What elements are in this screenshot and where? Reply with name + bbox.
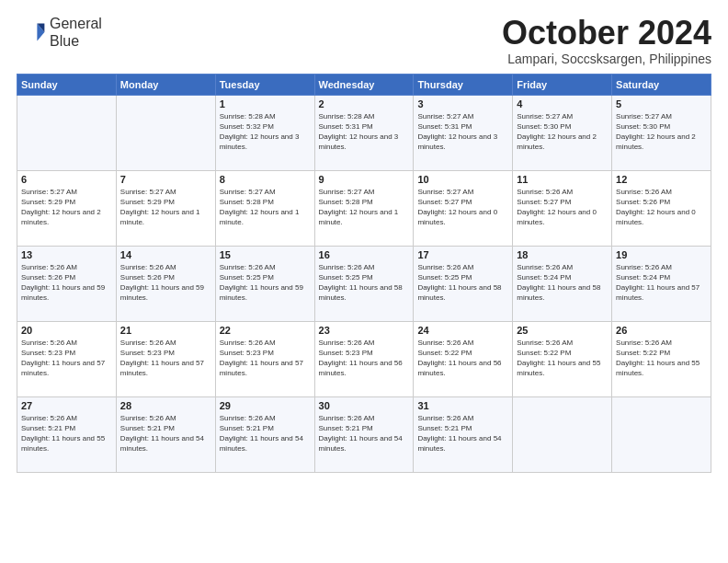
col-friday: Friday <box>513 74 612 95</box>
day-number: 11 <box>517 174 608 185</box>
day-cell: 24Sunrise: 5:26 AM Sunset: 5:22 PM Dayli… <box>414 321 513 396</box>
week-row-5: 27Sunrise: 5:26 AM Sunset: 5:21 PM Dayli… <box>17 396 711 472</box>
day-cell: 7Sunrise: 5:27 AM Sunset: 5:29 PM Daylig… <box>116 170 215 246</box>
day-info: Sunrise: 5:26 AM Sunset: 5:21 PM Dayligh… <box>120 413 211 454</box>
day-info: Sunrise: 5:26 AM Sunset: 5:23 PM Dayligh… <box>21 338 112 379</box>
day-info: Sunrise: 5:27 AM Sunset: 5:28 PM Dayligh… <box>319 187 410 228</box>
day-info: Sunrise: 5:26 AM Sunset: 5:25 PM Dayligh… <box>220 262 311 304</box>
day-info: Sunrise: 5:26 AM Sunset: 5:21 PM Dayligh… <box>220 413 311 454</box>
day-cell: 1Sunrise: 5:28 AM Sunset: 5:32 PM Daylig… <box>215 95 314 170</box>
day-info: Sunrise: 5:26 AM Sunset: 5:23 PM Dayligh… <box>120 338 211 379</box>
col-monday: Monday <box>116 74 215 95</box>
day-cell: 18Sunrise: 5:26 AM Sunset: 5:24 PM Dayli… <box>513 246 612 321</box>
logo-icon <box>17 17 46 47</box>
day-info: Sunrise: 5:26 AM Sunset: 5:23 PM Dayligh… <box>319 338 410 379</box>
day-number: 7 <box>120 174 211 185</box>
day-number: 1 <box>220 98 311 109</box>
day-info: Sunrise: 5:26 AM Sunset: 5:22 PM Dayligh… <box>417 338 508 379</box>
col-sunday: Sunday <box>17 74 117 95</box>
day-cell: 12Sunrise: 5:26 AM Sunset: 5:26 PM Dayli… <box>612 170 711 246</box>
calendar-table: Sunday Monday Tuesday Wednesday Thursday… <box>17 74 711 473</box>
day-info: Sunrise: 5:26 AM Sunset: 5:27 PM Dayligh… <box>517 187 608 228</box>
day-cell: 26Sunrise: 5:26 AM Sunset: 5:22 PM Dayli… <box>612 321 711 396</box>
day-cell: 10Sunrise: 5:27 AM Sunset: 5:27 PM Dayli… <box>414 170 513 246</box>
day-cell <box>612 396 711 472</box>
day-info: Sunrise: 5:28 AM Sunset: 5:31 PM Dayligh… <box>319 111 410 153</box>
day-cell: 16Sunrise: 5:26 AM Sunset: 5:25 PM Dayli… <box>314 246 414 321</box>
day-number: 19 <box>616 249 707 260</box>
day-info: Sunrise: 5:27 AM Sunset: 5:29 PM Dayligh… <box>120 187 211 228</box>
day-number: 22 <box>220 325 311 336</box>
page: General Blue October 2024 Lampari, Soccs… <box>0 0 728 563</box>
day-info: Sunrise: 5:26 AM Sunset: 5:26 PM Dayligh… <box>21 262 112 304</box>
day-number: 25 <box>517 325 608 336</box>
day-info: Sunrise: 5:26 AM Sunset: 5:22 PM Dayligh… <box>616 338 707 379</box>
title-block: October 2024 Lampari, Soccsksargen, Phil… <box>502 15 711 66</box>
day-info: Sunrise: 5:27 AM Sunset: 5:29 PM Dayligh… <box>21 187 112 228</box>
day-cell <box>17 95 117 170</box>
day-number: 5 <box>616 98 707 109</box>
logo: General Blue <box>17 15 102 50</box>
day-info: Sunrise: 5:26 AM Sunset: 5:23 PM Dayligh… <box>220 338 311 379</box>
day-number: 15 <box>220 249 311 260</box>
day-info: Sunrise: 5:26 AM Sunset: 5:24 PM Dayligh… <box>616 262 707 304</box>
day-info: Sunrise: 5:26 AM Sunset: 5:26 PM Dayligh… <box>120 262 211 304</box>
day-number: 21 <box>120 325 211 336</box>
day-cell: 4Sunrise: 5:27 AM Sunset: 5:30 PM Daylig… <box>513 95 612 170</box>
day-number: 6 <box>21 174 112 185</box>
day-number: 28 <box>120 400 211 411</box>
day-number: 23 <box>319 325 410 336</box>
day-cell: 27Sunrise: 5:26 AM Sunset: 5:21 PM Dayli… <box>17 396 117 472</box>
day-info: Sunrise: 5:27 AM Sunset: 5:31 PM Dayligh… <box>417 111 508 153</box>
day-cell <box>116 95 215 170</box>
day-number: 14 <box>120 249 211 260</box>
day-cell: 31Sunrise: 5:26 AM Sunset: 5:21 PM Dayli… <box>414 396 513 472</box>
day-number: 30 <box>319 400 410 411</box>
day-number: 4 <box>517 98 608 109</box>
week-row-3: 13Sunrise: 5:26 AM Sunset: 5:26 PM Dayli… <box>17 246 711 321</box>
day-info: Sunrise: 5:26 AM Sunset: 5:21 PM Dayligh… <box>21 413 112 454</box>
day-cell: 13Sunrise: 5:26 AM Sunset: 5:26 PM Dayli… <box>17 246 117 321</box>
day-info: Sunrise: 5:27 AM Sunset: 5:28 PM Dayligh… <box>220 187 311 228</box>
day-number: 2 <box>319 98 410 109</box>
day-cell: 29Sunrise: 5:26 AM Sunset: 5:21 PM Dayli… <box>215 396 314 472</box>
day-number: 9 <box>319 174 410 185</box>
day-cell: 23Sunrise: 5:26 AM Sunset: 5:23 PM Dayli… <box>314 321 414 396</box>
day-info: Sunrise: 5:27 AM Sunset: 5:30 PM Dayligh… <box>616 111 707 153</box>
day-cell: 6Sunrise: 5:27 AM Sunset: 5:29 PM Daylig… <box>17 170 117 246</box>
col-tuesday: Tuesday <box>215 74 314 95</box>
day-cell: 28Sunrise: 5:26 AM Sunset: 5:21 PM Dayli… <box>116 396 215 472</box>
day-number: 13 <box>21 249 112 260</box>
day-info: Sunrise: 5:26 AM Sunset: 5:25 PM Dayligh… <box>417 262 508 304</box>
day-number: 29 <box>220 400 311 411</box>
day-cell: 21Sunrise: 5:26 AM Sunset: 5:23 PM Dayli… <box>116 321 215 396</box>
day-cell: 14Sunrise: 5:26 AM Sunset: 5:26 PM Dayli… <box>116 246 215 321</box>
logo-line1: General <box>50 15 102 32</box>
day-info: Sunrise: 5:26 AM Sunset: 5:24 PM Dayligh… <box>517 262 608 304</box>
day-number: 31 <box>417 400 508 411</box>
col-saturday: Saturday <box>612 74 711 95</box>
day-cell: 19Sunrise: 5:26 AM Sunset: 5:24 PM Dayli… <box>612 246 711 321</box>
logo-line2: Blue <box>50 32 102 50</box>
day-number: 26 <box>616 325 707 336</box>
day-info: Sunrise: 5:26 AM Sunset: 5:25 PM Dayligh… <box>319 262 410 304</box>
day-info: Sunrise: 5:27 AM Sunset: 5:27 PM Dayligh… <box>417 187 508 228</box>
week-row-1: 1Sunrise: 5:28 AM Sunset: 5:32 PM Daylig… <box>17 95 711 170</box>
day-cell: 30Sunrise: 5:26 AM Sunset: 5:21 PM Dayli… <box>314 396 414 472</box>
day-cell: 5Sunrise: 5:27 AM Sunset: 5:30 PM Daylig… <box>612 95 711 170</box>
day-cell: 2Sunrise: 5:28 AM Sunset: 5:31 PM Daylig… <box>314 95 414 170</box>
col-wednesday: Wednesday <box>314 74 414 95</box>
day-cell: 25Sunrise: 5:26 AM Sunset: 5:22 PM Dayli… <box>513 321 612 396</box>
day-info: Sunrise: 5:27 AM Sunset: 5:30 PM Dayligh… <box>517 111 608 153</box>
day-cell: 9Sunrise: 5:27 AM Sunset: 5:28 PM Daylig… <box>314 170 414 246</box>
day-number: 18 <box>517 249 608 260</box>
day-info: Sunrise: 5:26 AM Sunset: 5:22 PM Dayligh… <box>517 338 608 379</box>
day-cell: 15Sunrise: 5:26 AM Sunset: 5:25 PM Dayli… <box>215 246 314 321</box>
day-number: 27 <box>21 400 112 411</box>
header: General Blue October 2024 Lampari, Soccs… <box>17 15 711 66</box>
week-row-4: 20Sunrise: 5:26 AM Sunset: 5:23 PM Dayli… <box>17 321 711 396</box>
day-cell: 20Sunrise: 5:26 AM Sunset: 5:23 PM Dayli… <box>17 321 117 396</box>
day-number: 17 <box>417 249 508 260</box>
day-info: Sunrise: 5:26 AM Sunset: 5:21 PM Dayligh… <box>319 413 410 454</box>
header-row: Sunday Monday Tuesday Wednesday Thursday… <box>17 74 711 95</box>
